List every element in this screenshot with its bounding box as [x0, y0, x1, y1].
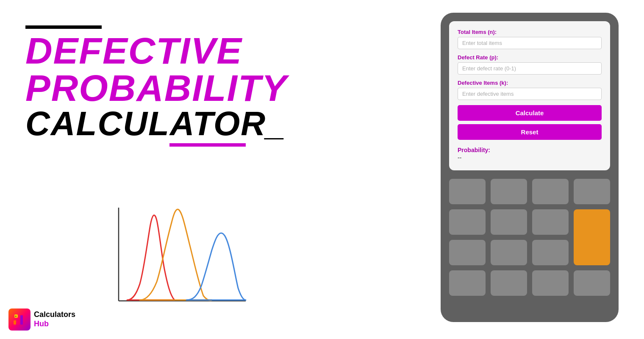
total-items-group: Total Items (n): — [458, 29, 602, 49]
title-line1: DEFECTIVE — [25, 32, 322, 69]
defective-items-group: Defective Items (k): — [458, 80, 602, 100]
key-2[interactable] — [491, 179, 527, 204]
defect-rate-input[interactable] — [458, 62, 602, 75]
result-label: Probability: — [458, 147, 602, 153]
svg-rect-3 — [17, 318, 19, 325]
title-line2: PROBABILITY — [25, 69, 322, 107]
key-orange[interactable] — [574, 209, 610, 265]
key-5[interactable] — [449, 209, 486, 235]
key-9[interactable] — [491, 240, 527, 265]
total-items-input[interactable] — [458, 37, 602, 49]
result-value: -- — [458, 154, 602, 161]
key-11[interactable] — [449, 270, 486, 296]
logo: ≡ Calculators Hub — [8, 308, 75, 331]
key-8[interactable] — [449, 240, 486, 265]
key-4[interactable] — [574, 179, 610, 204]
title-line3: CALCULATOR_ — [25, 107, 322, 141]
calculate-button[interactable]: Calculate — [458, 105, 602, 121]
key-7[interactable] — [532, 209, 569, 235]
defective-items-input[interactable] — [458, 88, 602, 100]
defect-rate-label: Defect Rate (p): — [458, 54, 602, 61]
reset-button[interactable]: Reset — [458, 124, 602, 140]
key-12[interactable] — [491, 270, 527, 296]
key-14[interactable] — [574, 270, 610, 296]
key-1[interactable] — [449, 179, 486, 204]
key-10[interactable] — [532, 240, 569, 265]
svg-rect-2 — [14, 320, 16, 325]
key-3[interactable] — [532, 179, 569, 204]
defect-rate-group: Defect Rate (p): — [458, 54, 602, 75]
probability-chart — [102, 199, 254, 318]
key-13[interactable] — [532, 270, 569, 296]
total-items-label: Total Items (n): — [458, 29, 602, 35]
svg-text:≡: ≡ — [15, 315, 17, 318]
calculator-display: Total Items (n): Defect Rate (p): Defect… — [449, 21, 610, 170]
title-section: DEFECTIVE PROBABILITY CALCULATOR_ — [25, 25, 322, 147]
logo-text: Calculators Hub — [34, 310, 75, 328]
svg-rect-4 — [20, 315, 23, 325]
purple-bar-decoration — [169, 143, 246, 147]
keypad — [449, 179, 610, 296]
key-6[interactable] — [491, 209, 527, 235]
black-bar-decoration — [25, 25, 102, 29]
defective-items-label: Defective Items (k): — [458, 80, 602, 86]
logo-icon: ≡ — [8, 308, 31, 331]
calculator-device: Total Items (n): Defect Rate (p): Defect… — [441, 13, 619, 322]
